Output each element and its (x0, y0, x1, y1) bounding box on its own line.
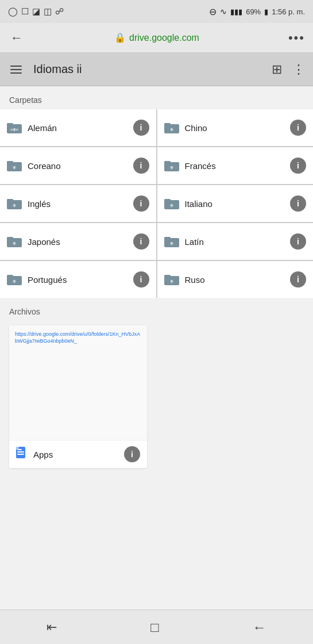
content-area: Carpetas Alemán i (0, 86, 313, 518)
browser-back-button[interactable]: ← (8, 28, 25, 48)
folder-name-aleman: Alemán (28, 123, 127, 133)
svg-rect-11 (164, 161, 171, 164)
file-name-apps: Apps (33, 450, 118, 459)
wifi-icon: ∿ (220, 7, 227, 16)
folder-item-latin[interactable]: Latín i (157, 223, 314, 260)
lock-icon: 🔒 (114, 32, 126, 43)
address-bar[interactable]: 🔒 drive.google.com (31, 32, 283, 43)
folder-item-ingles[interactable]: Inglés i (0, 185, 156, 222)
svg-rect-1 (7, 123, 13, 126)
folder-icon-frances (164, 159, 179, 172)
info-button-japones[interactable]: i (133, 233, 149, 250)
info-button-ruso[interactable]: i (290, 271, 306, 288)
folder-item-coreano[interactable]: Coreano i (0, 147, 156, 184)
folder-icon-portugues (7, 273, 22, 286)
svg-rect-35 (16, 447, 19, 450)
folders-section-label: Carpetas (0, 86, 313, 109)
svg-rect-17 (164, 199, 171, 202)
url-text: drive.google.com (129, 33, 199, 43)
svg-rect-14 (7, 199, 13, 202)
folder-icon-coreano (7, 159, 22, 172)
hamburger-line-1 (10, 66, 22, 67)
folder-name-ingles: Inglés (28, 199, 127, 209)
folder-icon-chino (164, 121, 179, 134)
folder-name-frances: Francés (185, 161, 285, 171)
folder-item-frances[interactable]: Francés i (157, 147, 314, 184)
svg-rect-5 (164, 123, 171, 126)
signal-icon: ▮▮▮ (230, 7, 242, 16)
folder-item-chino[interactable]: Chino i (157, 109, 314, 146)
browser-bar: ← 🔒 drive.google.com ••• (0, 23, 313, 53)
list-view-button[interactable]: ⊞ (272, 62, 282, 77)
folder-item-italiano[interactable]: Italiano i (157, 185, 314, 222)
nav-recents-button[interactable]: ⇤ (35, 615, 68, 639)
status-right: ⊖ ∿ ▮▮▮ 69% ▮ 1:56 p. m. (209, 6, 305, 17)
folder-icon-aleman (7, 121, 22, 134)
folder-name-japones: Japonés (28, 237, 127, 247)
files-section-label: Archivos (0, 298, 313, 321)
folder-name-ruso: Ruso (185, 275, 285, 285)
folder-icon-ingles (7, 197, 22, 210)
clock: 1:56 p. m. (272, 7, 305, 16)
folder-item-portugues[interactable]: Portugués i (0, 261, 156, 298)
info-button-coreano[interactable]: i (133, 158, 149, 174)
svg-rect-29 (164, 275, 171, 278)
folder-name-latin: Latín (185, 237, 285, 247)
info-button-apps[interactable]: i (124, 446, 140, 462)
info-button-italiano[interactable]: i (290, 195, 306, 212)
files-grid: https://drive.google.com/drive/u/0/folde… (0, 321, 313, 477)
svg-rect-32 (17, 451, 24, 453)
photo-icon: ◪ (32, 6, 40, 17)
svg-rect-26 (7, 275, 13, 278)
folder-item-ruso[interactable]: Ruso i (157, 261, 314, 298)
hamburger-line-3 (10, 72, 22, 74)
toolbar-actions: ⊞ ⋮ (272, 62, 305, 77)
status-left: ◯ ☐ ◪ ◫ ☍ (8, 6, 64, 17)
file-preview: https://drive.google.com/drive/u/0/folde… (9, 325, 147, 440)
svg-rect-33 (17, 454, 24, 455)
battery-icon: ▮ (264, 7, 268, 16)
info-button-aleman[interactable]: i (133, 120, 149, 136)
battery-percent: 69% (246, 7, 261, 16)
info-button-latin[interactable]: i (290, 233, 306, 250)
toolbar: Idiomas ii ⊞ ⋮ (0, 53, 313, 86)
svg-rect-20 (7, 237, 13, 240)
nav-home-button[interactable]: □ (139, 615, 171, 640)
status-bar: ◯ ☐ ◪ ◫ ☍ ⊖ ∿ ▮▮▮ 69% ▮ 1:56 p. m. (0, 0, 313, 23)
folder-item-aleman[interactable]: Alemán i (0, 109, 156, 146)
svg-rect-23 (164, 237, 171, 240)
folder-icon-ruso (164, 273, 179, 286)
nav-back-button[interactable]: ← (241, 615, 278, 640)
toolbar-more-button[interactable]: ⋮ (292, 62, 305, 77)
translate-icon: ☍ (55, 6, 64, 17)
folder-name-portugues: Portugués (28, 275, 127, 285)
svg-rect-8 (7, 161, 13, 164)
folder-icon-japones (7, 235, 22, 248)
folder-name-italiano: Italiano (185, 199, 285, 209)
facebook-icon: ◯ (8, 6, 18, 17)
bottom-nav: ⇤ □ ← (0, 610, 313, 644)
hamburger-line-2 (10, 69, 22, 70)
file-card-apps[interactable]: https://drive.google.com/drive/u/0/folde… (9, 325, 147, 468)
info-button-frances[interactable]: i (290, 158, 306, 174)
page-title: Idiomas ii (33, 63, 262, 76)
info-button-ingles[interactable]: i (133, 195, 149, 212)
file-footer: Apps i (9, 440, 147, 468)
no-disturb-icon: ⊖ (209, 6, 217, 17)
folder-icon-italiano (164, 197, 179, 210)
hamburger-menu-button[interactable] (8, 63, 24, 76)
img-icon: ◫ (44, 6, 52, 17)
info-button-chino[interactable]: i (290, 120, 306, 136)
info-button-portugues[interactable]: i (133, 271, 149, 288)
file-preview-url: https://drive.google.com/drive/u/0/folde… (15, 331, 141, 344)
folder-name-coreano: Coreano (28, 161, 127, 171)
folder-icon-latin (164, 235, 179, 248)
folders-grid: Alemán i Chino i (0, 109, 313, 298)
browser-more-button[interactable]: ••• (288, 30, 305, 45)
doc-icon (16, 447, 28, 462)
folder-item-japones[interactable]: Japonés i (0, 223, 156, 260)
folder-name-chino: Chino (185, 123, 285, 133)
fb2-icon: ☐ (21, 6, 29, 17)
